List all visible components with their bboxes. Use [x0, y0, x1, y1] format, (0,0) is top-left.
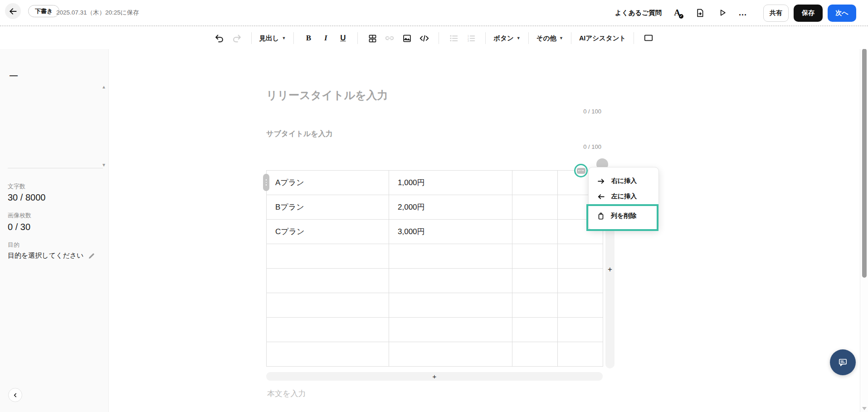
table-cell[interactable] — [267, 342, 389, 367]
back-button[interactable] — [5, 3, 21, 19]
menu-item-delete-column[interactable]: 列を削除 — [589, 208, 658, 224]
numbered-list-icon: 123 — [466, 34, 476, 43]
menu-item-insert-left[interactable]: 左に挿入 — [589, 189, 658, 204]
spellcheck-icon: A✓ — [674, 8, 680, 18]
table-cell[interactable] — [512, 269, 558, 293]
table-cell[interactable] — [389, 293, 512, 318]
table-cell[interactable] — [512, 342, 558, 367]
table-cell[interactable]: 3,000円 — [389, 220, 512, 244]
link-icon — [385, 33, 395, 43]
insert-code-button[interactable] — [417, 30, 431, 46]
editor-toolbar: 見出し ▼ B I U 123 ボタン ▼ — [0, 27, 868, 49]
table-cell[interactable] — [389, 342, 512, 367]
header: 下書き 2025.07.31（木）20:25に保存 よくあるご質問 A✓ ...… — [0, 0, 868, 26]
image-count-value: 0 / 30 — [8, 222, 30, 232]
table-cell[interactable] — [512, 195, 558, 220]
table-cell[interactable] — [267, 269, 389, 293]
toolbar-divider — [485, 32, 486, 44]
table-cell[interactable] — [389, 318, 512, 342]
redo-icon — [232, 33, 242, 43]
ai-assistant-label: AIアシスタント — [579, 34, 626, 43]
bullet-list-icon — [449, 34, 458, 43]
trash-icon — [597, 211, 605, 221]
share-button[interactable]: 共有 — [763, 5, 789, 22]
bullet-list-button[interactable] — [447, 30, 460, 46]
subtitle-counter: 0 / 100 — [266, 143, 601, 150]
table-cell[interactable] — [558, 244, 603, 269]
redo-button[interactable] — [230, 30, 244, 46]
sidebar-divider — [8, 168, 103, 168]
column-options-handle[interactable] — [577, 168, 585, 174]
menu-item-label: 左に挿入 — [611, 192, 637, 201]
purpose-select[interactable]: 目的を選択してください — [8, 251, 95, 260]
support-chat-button[interactable] — [830, 349, 856, 375]
table-cell[interactable] — [267, 244, 389, 269]
table-cell[interactable] — [558, 318, 603, 342]
outline-item[interactable]: — — [10, 71, 18, 80]
table-cell[interactable] — [267, 318, 389, 342]
button-dropdown[interactable]: ボタン ▼ — [493, 30, 520, 46]
undo-button[interactable] — [213, 30, 226, 46]
italic-button[interactable]: I — [319, 30, 332, 46]
proofread-button[interactable]: A✓ — [670, 5, 684, 20]
press-release-editor: 下書き 2025.07.31（木）20:25に保存 よくあるご質問 A✓ ...… — [0, 0, 868, 412]
table-cell[interactable] — [512, 220, 558, 244]
insert-table-button[interactable] — [366, 30, 379, 46]
menu-item-insert-right[interactable]: 右に挿入 — [589, 173, 658, 189]
toolbar-divider — [293, 32, 294, 44]
outline-scroll-down-icon[interactable]: ▼ — [102, 162, 106, 167]
outline-scroll-up-icon[interactable]: ▲ — [102, 84, 106, 89]
subtitle-input[interactable]: サブタイトルを入力 — [266, 129, 333, 139]
insert-link-button[interactable] — [383, 30, 396, 46]
scroll-down-arrow[interactable] — [862, 407, 867, 410]
row-drag-handle[interactable] — [263, 174, 269, 191]
toolbar-divider — [439, 32, 439, 44]
table-icon — [368, 34, 377, 43]
table-cell[interactable]: Cプラン — [267, 220, 389, 244]
column-context-menu: 右に挿入 左に挿入 列を削除 — [588, 167, 659, 230]
next-button[interactable]: 次へ — [828, 5, 856, 22]
preview-play-button[interactable] — [715, 5, 730, 20]
table-cell[interactable] — [512, 318, 558, 342]
table-cell[interactable] — [512, 171, 558, 195]
pencil-icon[interactable] — [88, 252, 95, 260]
preview-monitor-button[interactable] — [642, 30, 655, 46]
table-cell[interactable]: Aプラン — [267, 171, 389, 195]
table-row — [267, 293, 603, 318]
underline-button[interactable]: U — [336, 30, 350, 46]
release-title-input[interactable]: リリースタイトルを入力 — [266, 88, 388, 103]
chevron-left-icon — [12, 392, 19, 398]
ai-assistant-button[interactable]: AIアシスタント — [579, 30, 626, 46]
table-cell[interactable] — [267, 293, 389, 318]
table-cell[interactable] — [512, 293, 558, 318]
body-text-input[interactable]: 本文を入力 — [267, 388, 306, 399]
char-count-value: 30 / 8000 — [8, 192, 45, 203]
table-cell[interactable] — [558, 293, 603, 318]
table-cell[interactable]: 2,000円 — [389, 195, 512, 220]
chevron-down-icon: ▼ — [559, 36, 563, 40]
faq-link[interactable]: よくあるご質問 — [615, 0, 662, 25]
save-button[interactable]: 保存 — [794, 5, 823, 22]
purpose-label: 目的 — [8, 241, 20, 249]
sidebar-collapse-button[interactable] — [8, 388, 22, 402]
others-dropdown[interactable]: その他 ▼ — [536, 30, 563, 46]
bold-button[interactable]: B — [302, 30, 315, 46]
ellipsis-icon: ... — [739, 8, 747, 18]
heading-dropdown[interactable]: 見出し ▼ — [259, 30, 286, 46]
table-cell[interactable]: Bプラン — [267, 195, 389, 220]
table-cell[interactable] — [389, 244, 512, 269]
more-options-button[interactable]: ... — [736, 5, 750, 20]
insert-image-button[interactable] — [400, 30, 414, 46]
add-row-bar[interactable]: + — [266, 372, 603, 381]
table-row: Aプラン 1,000円 — [267, 171, 603, 195]
scrollbar-thumb[interactable] — [862, 49, 867, 278]
toolbar-divider — [634, 32, 634, 44]
table-cell[interactable] — [512, 244, 558, 269]
table-cell[interactable] — [389, 269, 512, 293]
table-cell[interactable]: 1,000円 — [389, 171, 512, 195]
image-icon — [402, 34, 412, 43]
table-cell[interactable] — [558, 269, 603, 293]
table-cell[interactable] — [558, 342, 603, 367]
numbered-list-button[interactable]: 123 — [464, 30, 478, 46]
export-document-button[interactable] — [692, 5, 707, 20]
